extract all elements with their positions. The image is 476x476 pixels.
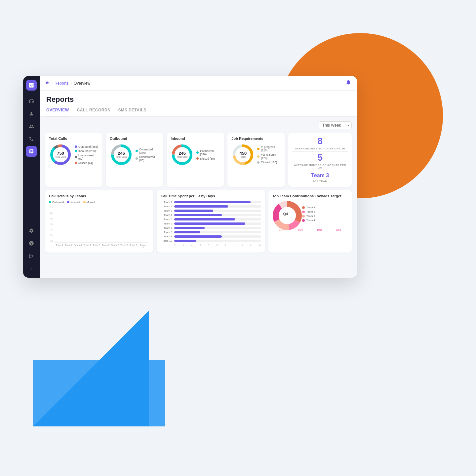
topbar-right [345, 79, 352, 87]
avg-days-number: 8 [317, 137, 323, 146]
bar-chart-x-labels: Team 1 Team 2 Team 3 Team 4 Team 5 Team … [54, 243, 148, 249]
help-icon[interactable] [26, 238, 37, 249]
home-icon[interactable] [45, 81, 49, 86]
hbar-x-7: 7 [233, 244, 234, 246]
y-1k: 1k [50, 240, 53, 242]
pie-legend: Team 3 Team 9 Team 8 [302, 206, 315, 222]
outbound-legend-text: Outbound [52, 201, 64, 204]
connected-text: Connected (376) [139, 148, 159, 154]
hbar-x-4: 4 [208, 244, 209, 246]
outbound-legend-dot [49, 201, 51, 203]
hbar-team4: Team 4 [161, 214, 261, 217]
inbound-missed-dot [196, 157, 199, 160]
expand-icon[interactable]: » [26, 263, 37, 274]
hbar-x-labels: 0 1 2 3 4 5 6 7 8 9 10 [161, 244, 261, 246]
page-header: Reports OVERVIEW CALL RECORDS SMS DETAIL… [40, 91, 357, 117]
logout-icon[interactable] [26, 251, 37, 261]
hbar-label-t4: Team 4 [161, 214, 172, 217]
hbar-label-t8: Team 8 [161, 231, 172, 234]
sidebar-bottom: » [26, 225, 37, 274]
tab-overview[interactable]: OVERVIEW [46, 108, 69, 116]
outbound-dot [75, 145, 77, 148]
hbar-x-10: 10 [258, 244, 261, 246]
closed-legend: Closed (120) [257, 161, 281, 164]
hbar-x-8: 8 [242, 244, 243, 246]
hbar-fill-t1 [174, 201, 251, 203]
headset-icon[interactable] [26, 96, 37, 106]
legend-outbound: Outbound (456) [75, 145, 99, 148]
breadcrumb-current: Overview [74, 81, 90, 86]
unanswered-label: Unanswered (50) [78, 154, 99, 160]
hbar-team7: Team 7 [161, 226, 261, 229]
user-icon[interactable] [26, 108, 37, 119]
inbound-card: Inbound 246 Total Calls [167, 133, 224, 187]
filter-select[interactable]: This Week Last Week This Month Last Mont… [319, 121, 352, 129]
hbar-track-t2 [174, 205, 261, 208]
pie-team3-dot [302, 206, 305, 209]
hbar-track-t9 [174, 235, 261, 238]
connected-legend: Connected (376) [136, 148, 159, 154]
pie-team4-dot [302, 219, 305, 222]
legend-missed: Missed (44) [75, 161, 99, 165]
inbound-connected-text: Connected (376) [200, 149, 220, 156]
stats-divider-2 [292, 171, 348, 171]
call-time-card: Call Time Spent per JR by Days Team 1 Te… [157, 190, 265, 253]
total-calls-donut: 750 Total Calls [49, 143, 72, 166]
yettobegin-legend: Yet to Begin (120) [257, 153, 281, 160]
stats-row: Total Calls 750 [45, 133, 352, 187]
y-axis: 7k 6k 5k 4k 3k 2k 1k [50, 206, 54, 249]
inbound-title: Inbound [171, 137, 220, 140]
breadcrumb-sep-1: › [51, 81, 53, 86]
phone-icon[interactable] [26, 134, 37, 144]
call-details-title: Call Details by Teams [49, 194, 149, 198]
stats-divider-1 [292, 151, 348, 152]
hbar-label-t9: Team 9 [161, 235, 172, 238]
unanswered2-dot [136, 157, 138, 160]
pie-team8-dot [302, 215, 305, 218]
hbar-x-6: 6 [225, 244, 226, 246]
notification-icon[interactable] [345, 79, 352, 87]
call-time-title: Call Time Spent per JR by Days [161, 194, 261, 198]
pie-team8: Team 8 [302, 215, 315, 218]
outbound-card: Outbound 246 Total Calls [106, 133, 163, 187]
main-content: › Reports › Overview Reports OVERVIEW CA… [40, 76, 357, 278]
pie-wrapper: Q4 Team 3 Team 9 [272, 201, 348, 227]
team-icon[interactable] [26, 121, 37, 132]
hbar-team2: Team 2 [161, 205, 261, 208]
pie-team9-label: Team 9 [306, 210, 315, 213]
breadcrumb-reports[interactable]: Reports [55, 81, 68, 86]
x-team6: Team 6 [101, 244, 110, 249]
total-calls-card: Total Calls 750 [45, 133, 102, 187]
legend-unanswered: Unanswered (50) [75, 154, 99, 160]
hbar-label-t3: Team 3 [161, 209, 172, 212]
pct-22: 22% [336, 228, 341, 231]
bars-container [54, 206, 148, 243]
total-calls-donut-wrapper: 750 Total Calls Outbound (456) I [49, 143, 99, 166]
hbar-track-t6 [174, 222, 261, 225]
inbound-connected-dot [196, 151, 199, 154]
total-calls-number: 750 [55, 151, 66, 156]
app-logo[interactable] [26, 80, 37, 91]
unanswered-legend: Unanswered (80) [136, 155, 159, 162]
bg-triangle-decoration [33, 311, 149, 426]
x-team5: Team 5 [92, 244, 100, 249]
pie-team4-label: Team 4 [306, 219, 315, 222]
hbar-chart: Team 1 Team 2 Team 3 [161, 201, 261, 242]
outbound-center: 246 Total Calls [116, 151, 127, 158]
pie-team3-label: Team 3 [306, 206, 315, 209]
hbar-team1: Team 1 [161, 201, 261, 204]
avg-agents-number: 5 [317, 153, 323, 162]
settings-icon[interactable] [26, 225, 37, 236]
hbar-fill-t3 [174, 210, 213, 212]
sidebar: » [23, 76, 40, 278]
hbar-label-t10: Team 10 [161, 239, 172, 242]
avg-days-label: AVERAGE DAYS TO CLOSE ONE JR [295, 147, 345, 150]
job-requirements-card: Job Requirements 450 Total [227, 133, 285, 187]
charts-row: Call Details by Teams Outbound Inbound [45, 190, 352, 253]
hbar-label-t5: Team 5 [161, 218, 172, 221]
top-team-card-title: Top Team Contributions Towards Target [272, 194, 348, 198]
tab-call-records[interactable]: CALL RECORDS [77, 108, 110, 116]
tab-sms-details[interactable]: SMS DETAILS [118, 108, 146, 116]
chart-icon[interactable] [26, 146, 37, 157]
filter-row: This Week Last Week This Month Last Mont… [45, 121, 352, 129]
